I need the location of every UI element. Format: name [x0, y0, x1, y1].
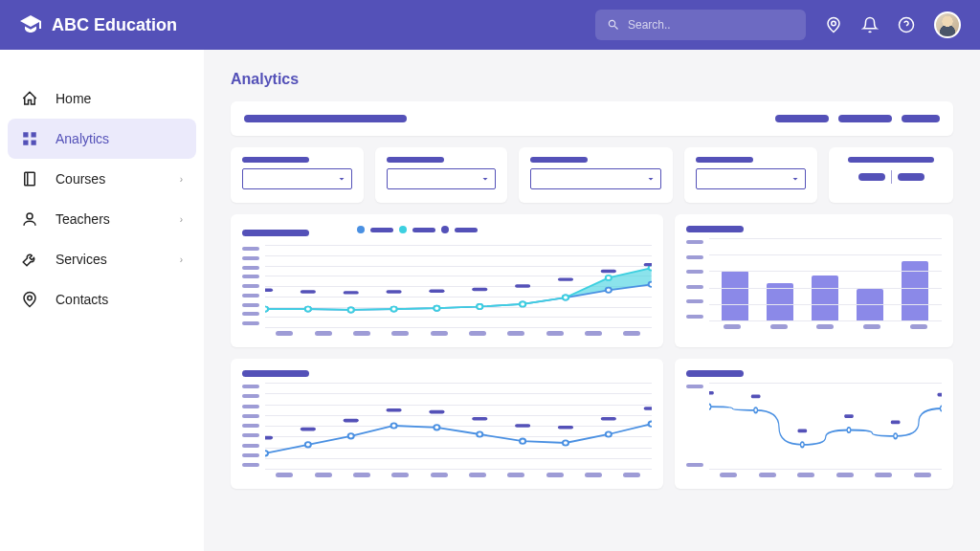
brand: ABC Education [19, 13, 177, 36]
home-icon [21, 90, 38, 107]
chevron-right-icon: › [180, 174, 183, 185]
svg-point-24 [434, 306, 439, 311]
location-icon[interactable] [825, 16, 842, 33]
svg-rect-3 [32, 132, 36, 137]
filter-3-select[interactable] [530, 168, 661, 189]
header-actions [825, 11, 961, 38]
svg-point-25 [477, 304, 482, 309]
search-icon [607, 18, 620, 32]
svg-rect-34 [429, 289, 444, 292]
svg-point-63 [847, 428, 851, 432]
svg-rect-71 [937, 393, 942, 397]
svg-point-26 [520, 301, 525, 306]
svg-point-44 [434, 425, 439, 430]
svg-rect-59 [644, 407, 652, 410]
svg-rect-32 [344, 291, 359, 294]
svg-rect-58 [601, 417, 616, 421]
graduation-cap-icon [19, 13, 42, 36]
svg-rect-54 [429, 410, 444, 414]
svg-point-43 [391, 423, 397, 428]
svg-rect-30 [265, 289, 273, 292]
svg-point-20 [265, 307, 268, 312]
svg-point-9 [28, 296, 33, 300]
svg-rect-57 [558, 426, 573, 430]
reset-button[interactable] [898, 173, 924, 181]
svg-point-28 [606, 276, 612, 280]
svg-rect-37 [558, 277, 573, 280]
sidebar-item-courses[interactable]: Courses› [8, 159, 196, 199]
chart-bar [675, 214, 953, 347]
bar [722, 271, 748, 320]
svg-rect-55 [472, 417, 487, 421]
user-icon [21, 210, 38, 228]
svg-point-45 [477, 431, 482, 436]
sidebar-item-label: Services [56, 252, 107, 267]
sidebar-item-label: Home [56, 91, 91, 106]
svg-rect-35 [472, 288, 487, 291]
filter-row [231, 147, 953, 203]
svg-point-22 [348, 307, 354, 312]
svg-rect-52 [344, 419, 359, 423]
svg-rect-67 [750, 395, 760, 399]
chart-line-2 [231, 359, 663, 489]
search-input[interactable] [628, 18, 794, 32]
svg-rect-31 [301, 290, 316, 293]
svg-point-65 [940, 406, 942, 410]
svg-point-21 [305, 307, 311, 312]
sidebar-item-teachers[interactable]: Teachers› [8, 199, 196, 239]
avatar[interactable] [934, 11, 961, 38]
search-bar[interactable] [595, 10, 806, 40]
svg-rect-33 [386, 290, 401, 293]
svg-point-27 [563, 295, 568, 299]
chevron-right-icon: › [180, 254, 183, 265]
sidebar-item-services[interactable]: Services› [8, 239, 196, 279]
bar [902, 261, 928, 320]
page-title: Analytics [231, 71, 953, 88]
help-icon[interactable] [898, 16, 915, 33]
svg-point-8 [27, 213, 33, 219]
app-header: ABC Education [0, 0, 980, 50]
apply-button[interactable] [858, 173, 885, 181]
breadcrumb-bar [231, 101, 953, 136]
filter-4-select[interactable] [696, 168, 806, 189]
svg-rect-50 [265, 436, 273, 440]
svg-point-23 [391, 307, 397, 312]
filter-1-select[interactable] [242, 168, 352, 189]
svg-point-40 [265, 451, 268, 455]
svg-point-46 [520, 439, 525, 444]
svg-rect-4 [23, 141, 28, 145]
svg-point-62 [800, 442, 804, 447]
svg-rect-68 [797, 430, 807, 433]
svg-rect-39 [644, 263, 652, 266]
svg-rect-2 [23, 132, 28, 137]
svg-rect-56 [515, 424, 530, 428]
svg-point-48 [606, 431, 612, 436]
chevron-right-icon: › [180, 214, 183, 225]
brand-text: ABC Education [52, 15, 177, 35]
svg-point-19 [649, 282, 652, 287]
svg-point-42 [348, 433, 354, 438]
chart-main-line [231, 214, 663, 347]
sidebar-item-label: Analytics [56, 131, 109, 146]
svg-rect-53 [386, 408, 401, 412]
sidebar-item-home[interactable]: Home [8, 78, 196, 119]
sidebar-item-analytics[interactable]: Analytics [8, 119, 196, 159]
svg-point-64 [894, 433, 898, 438]
filter-4 [684, 147, 817, 203]
grid-icon [21, 130, 38, 147]
svg-rect-51 [301, 428, 316, 431]
sidebar-item-contacts[interactable]: Contacts [8, 279, 196, 320]
bell-icon[interactable] [861, 16, 879, 33]
svg-rect-69 [844, 414, 854, 418]
chart-legend [357, 226, 478, 233]
filter-2 [375, 147, 508, 203]
chart-line-3 [675, 359, 953, 489]
svg-point-49 [649, 422, 652, 427]
filter-actions [829, 147, 953, 203]
pin-icon [21, 291, 38, 308]
svg-point-60 [709, 405, 711, 409]
filter-2-select[interactable] [387, 168, 497, 189]
svg-point-18 [606, 288, 612, 293]
wrench-icon [21, 251, 38, 268]
sidebar-item-label: Contacts [56, 292, 108, 307]
